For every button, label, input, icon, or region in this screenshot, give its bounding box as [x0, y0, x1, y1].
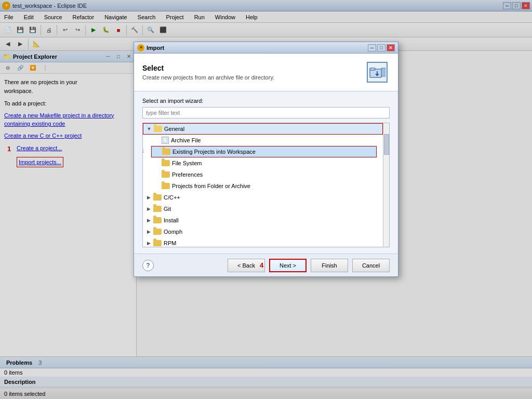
dialog-close-button[interactable]: ✕: [387, 44, 395, 51]
cpp-expand-icon[interactable]: ▶: [145, 194, 152, 201]
next-button-wrapper: 4 Next >: [269, 259, 307, 272]
git-item[interactable]: ▶ Git: [143, 203, 389, 215]
finish-button[interactable]: Finish: [311, 259, 348, 272]
general-row: 2 ▼ General: [143, 123, 389, 135]
projects-folder-label: Projects from Folder or Archive: [172, 183, 250, 189]
footer-left: ?: [142, 260, 154, 271]
oomph-label: Oomph: [164, 229, 182, 235]
wizard-label: Select an import wizard:: [142, 98, 390, 104]
import-dialog: ☀ Import ─ □ ✕ Select Create new project…: [134, 42, 398, 277]
oomph-item[interactable]: ▶ Oomph: [143, 226, 389, 237]
dialog-title-buttons: ─ □ ✕: [368, 44, 395, 51]
git-label: Git: [164, 206, 171, 212]
help-button[interactable]: ?: [142, 260, 154, 271]
general-folder-item[interactable]: ▼ General: [143, 123, 383, 135]
existing-projects-row: 3 ▶ Existing Projects into Workspace: [143, 146, 389, 157]
archive-file-label: Archive File: [171, 137, 201, 143]
import-tree[interactable]: 2 ▼ General ▶ 📄 Archive File 3: [142, 123, 390, 247]
rpm-folder-icon: [153, 240, 162, 246]
existing-projects-label: Existing Projects into Workspace: [172, 149, 256, 155]
step3-badge: 3: [142, 147, 143, 155]
scrollbar-thumb[interactable]: [384, 134, 389, 155]
install-folder-icon: [153, 217, 162, 223]
tree-scrollbar[interactable]: [383, 123, 389, 247]
archive-file-icon: 📄: [162, 137, 169, 144]
oomph-expand-icon[interactable]: ▶: [145, 228, 152, 235]
file-system-label: File System: [172, 160, 202, 166]
install-label: Install: [164, 217, 179, 223]
git-folder-icon: [153, 206, 162, 212]
dialog-title-bar: ☀ Import ─ □ ✕: [134, 42, 398, 54]
general-expand-icon[interactable]: ▼: [145, 125, 153, 132]
dialog-header-text: Select Create new projects from an archi…: [142, 64, 365, 81]
next-button[interactable]: Next >: [269, 259, 307, 272]
cpp-folder-icon: [153, 194, 162, 201]
cpp-item[interactable]: ▶ C/C++: [143, 192, 389, 203]
cpp-label: C/C++: [164, 194, 180, 201]
import-wizard-icon: [365, 60, 390, 85]
git-expand-icon[interactable]: ▶: [145, 205, 152, 212]
dialog-title-text: Import: [147, 45, 368, 51]
dialog-title-icon: ☀: [137, 44, 144, 51]
install-item[interactable]: ▶ Install: [143, 215, 389, 226]
install-expand-icon[interactable]: ▶: [145, 217, 152, 224]
dialog-minimize-button[interactable]: ─: [368, 44, 376, 51]
pfa-folder-icon: [162, 183, 170, 189]
rpm-label: RPM: [164, 240, 176, 246]
preferences-label: Preferences: [172, 171, 203, 178]
import-folder-icon: [367, 62, 388, 83]
step4-badge: 4: [260, 261, 263, 269]
existing-projects-item[interactable]: ▶ Existing Projects into Workspace: [151, 146, 377, 157]
filter-input[interactable]: [142, 107, 390, 118]
preferences-item[interactable]: ▶ Preferences: [151, 169, 389, 180]
filesystem-icon: [162, 160, 170, 166]
file-system-item[interactable]: ▶ File System: [151, 157, 389, 169]
dialog-header: Select Create new projects from an archi…: [134, 54, 398, 91]
general-label: General: [164, 126, 184, 132]
dialog-header-title: Select: [142, 64, 365, 72]
dialog-body: Select an import wizard: 2 ▼ General ▶ 📄: [134, 91, 398, 254]
dialog-header-desc: Create new projects from an archive file…: [142, 74, 365, 81]
svg-marker-2: [381, 68, 385, 76]
dialog-maximize-button[interactable]: □: [377, 44, 385, 51]
oomph-folder-icon: [153, 229, 162, 235]
existing-projects-folder-icon: [162, 149, 170, 155]
rpm-item[interactable]: ▶ RPM: [143, 237, 389, 247]
svg-rect-1: [370, 68, 375, 70]
projects-folder-item[interactable]: ▶ Projects from Folder or Archive: [151, 180, 389, 192]
cancel-button[interactable]: Cancel: [352, 259, 390, 272]
footer-right: < Back 4 Next > Finish Cancel: [228, 259, 390, 272]
preferences-icon: [162, 171, 170, 178]
archive-file-item[interactable]: ▶ 📄 Archive File: [151, 135, 389, 146]
modal-overlay: ☀ Import ─ □ ✕ Select Create new project…: [0, 0, 532, 399]
rpm-expand-icon[interactable]: ▶: [145, 240, 152, 247]
general-folder-icon: [154, 126, 162, 132]
dialog-footer: ? < Back 4 Next > Finish Cancel: [134, 254, 398, 276]
